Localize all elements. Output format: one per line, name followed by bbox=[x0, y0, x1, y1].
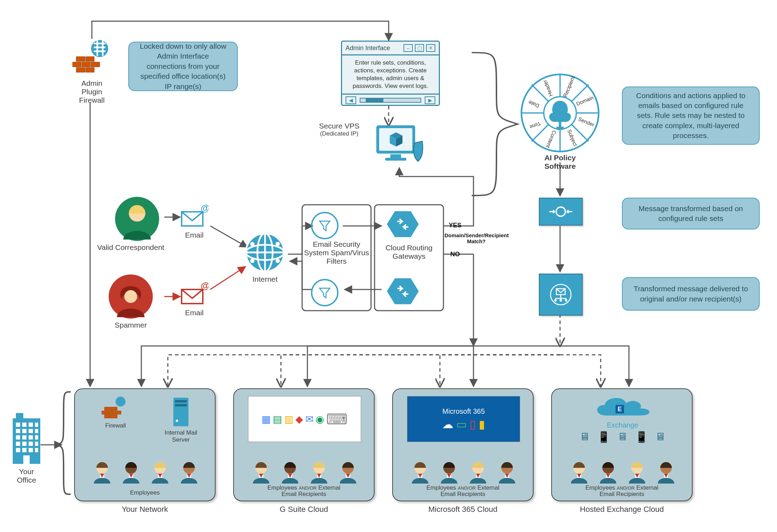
exchange-product-label: Exchange bbox=[566, 421, 679, 429]
ai-policy-wheel-icon: RecipientDomainSenderSubjectContentTimeD… bbox=[519, 72, 601, 154]
scroll-thumb bbox=[366, 98, 383, 102]
person-icon bbox=[496, 460, 518, 484]
gsuite-line2: Email Recipients bbox=[234, 491, 374, 498]
svg-rect-14 bbox=[76, 67, 85, 72]
svg-rect-82 bbox=[105, 407, 111, 410]
internet-node: Internet bbox=[244, 231, 286, 283]
svg-rect-47 bbox=[559, 121, 561, 127]
routing-label: Cloud Routing Gateways bbox=[376, 244, 442, 261]
routing-hex-bottom bbox=[387, 277, 419, 305]
close-icon: ✕ bbox=[426, 44, 435, 52]
device-phone-icon: 📱 bbox=[635, 431, 648, 443]
svg-rect-63 bbox=[35, 423, 38, 427]
m365-caption: Microsoft 365 Cloud bbox=[392, 505, 534, 514]
gsuite-app-icon: ◉ bbox=[316, 413, 324, 425]
callout-delivered: Transformed message delivered to origina… bbox=[622, 277, 760, 311]
device-monitor-icon: 🖥 bbox=[655, 431, 666, 443]
svg-rect-5 bbox=[94, 47, 106, 48]
secure-vps-sub: (Dedicated IP) bbox=[311, 130, 367, 137]
admin-window-titlebar: Admin Interface – ▢ ✕ bbox=[342, 42, 439, 55]
office-node: Your Office bbox=[11, 413, 42, 484]
callout-firewall-lock: Locked down to only allow Admin Interfac… bbox=[128, 42, 238, 91]
svg-rect-61 bbox=[22, 423, 27, 427]
svg-point-81 bbox=[116, 397, 125, 407]
svg-rect-85 bbox=[108, 411, 114, 414]
funnel-in-icon bbox=[311, 212, 339, 239]
svg-rect-71 bbox=[35, 435, 38, 440]
valid-correspondent-node: Valid Correspondent bbox=[108, 196, 166, 252]
transform-icon bbox=[548, 204, 573, 220]
mail-server-label: Internal Mail Server bbox=[160, 429, 202, 443]
person-icon bbox=[655, 460, 677, 484]
your-network-people bbox=[86, 460, 206, 484]
person-icon bbox=[337, 460, 359, 484]
svg-rect-66 bbox=[29, 429, 33, 433]
m365-box: Microsoft 365 ☁ ▭ ▯ ▮ bbox=[392, 388, 534, 501]
svg-rect-76 bbox=[16, 448, 20, 452]
person-icon bbox=[308, 460, 330, 484]
exchange-cloud-icon: E bbox=[591, 394, 654, 423]
funnel-out-icon bbox=[311, 279, 339, 306]
person-icon bbox=[569, 460, 590, 484]
svg-rect-59 bbox=[16, 413, 23, 419]
admin-plugin-firewall-node: Admin Plugin Firewall bbox=[72, 39, 111, 104]
office-label: Your Office bbox=[11, 467, 42, 484]
email-valid-label: Email bbox=[180, 231, 208, 239]
svg-rect-62 bbox=[29, 423, 33, 427]
svg-rect-4 bbox=[94, 43, 106, 44]
svg-rect-18 bbox=[390, 154, 401, 158]
svg-rect-73 bbox=[22, 442, 27, 446]
svg-rect-75 bbox=[35, 442, 38, 446]
svg-point-53 bbox=[554, 299, 557, 302]
svg-rect-72 bbox=[16, 442, 20, 446]
svg-rect-70 bbox=[29, 435, 33, 440]
exchange-people bbox=[563, 460, 683, 484]
gsuite-panel: ▦ ▤ ▥ ◆ ✉ ◉ ⌨ bbox=[248, 396, 361, 442]
minimize-icon: – bbox=[404, 44, 413, 52]
svg-point-39 bbox=[250, 259, 254, 263]
email-security-label: Email Security System Spam/Virus Filters bbox=[304, 240, 369, 265]
svg-rect-12 bbox=[82, 62, 90, 67]
person-icon bbox=[279, 460, 301, 484]
your-network-caption: Your Network bbox=[74, 505, 216, 514]
gsuite-people bbox=[245, 460, 365, 484]
svg-rect-68 bbox=[16, 435, 20, 440]
admin-plugin-firewall-label: Admin Plugin Firewall bbox=[72, 79, 111, 104]
m365-line2: Email Recipients bbox=[393, 491, 533, 498]
svg-rect-86 bbox=[115, 411, 121, 414]
diagram-canvas: Admin Plugin Firewall Locked down to onl… bbox=[0, 0, 777, 532]
secure-vps-label: Secure VPS bbox=[311, 122, 367, 130]
svg-rect-11 bbox=[72, 62, 81, 67]
prev-icon: ◀ bbox=[346, 96, 356, 104]
email-spam-label: Email bbox=[180, 309, 208, 317]
routing-hex-top bbox=[387, 210, 419, 238]
secure-vps-icon bbox=[373, 122, 426, 169]
delivery-node bbox=[539, 274, 583, 316]
svg-rect-74 bbox=[29, 442, 33, 446]
person-icon bbox=[467, 460, 489, 484]
svg-rect-78 bbox=[29, 448, 33, 452]
person-icon bbox=[438, 460, 460, 484]
svg-rect-83 bbox=[111, 407, 117, 410]
server-icon bbox=[170, 396, 192, 428]
gsuite-line1: Employees AND/OR External bbox=[234, 484, 374, 491]
scroll-track bbox=[360, 98, 421, 103]
your-network-box: Firewall Internal Mail Server bbox=[74, 388, 216, 501]
svg-point-37 bbox=[250, 242, 254, 246]
device-monitor-icon: 🖥 bbox=[617, 431, 628, 443]
svg-rect-90 bbox=[175, 400, 187, 402]
svg-rect-6 bbox=[94, 50, 106, 52]
spammer-label: Spammer bbox=[108, 321, 154, 329]
person-icon bbox=[149, 460, 171, 484]
gsuite-box: ▦ ▤ ▥ ◆ ✉ ◉ ⌨ Employees A bbox=[233, 388, 375, 501]
m365-tablet-icon: ▯ bbox=[470, 418, 476, 431]
callout-ai-conditions: Conditions and actions applied to emails… bbox=[622, 86, 760, 145]
building-icon bbox=[11, 413, 42, 466]
gsuite-app-icon: ✉ bbox=[305, 413, 313, 425]
svg-rect-10 bbox=[86, 57, 94, 61]
svg-point-38 bbox=[276, 242, 280, 246]
person-icon bbox=[178, 460, 200, 484]
your-network-firewall-label: Firewall bbox=[96, 422, 135, 429]
person-icon bbox=[626, 460, 648, 484]
next-icon: ▶ bbox=[425, 96, 435, 104]
